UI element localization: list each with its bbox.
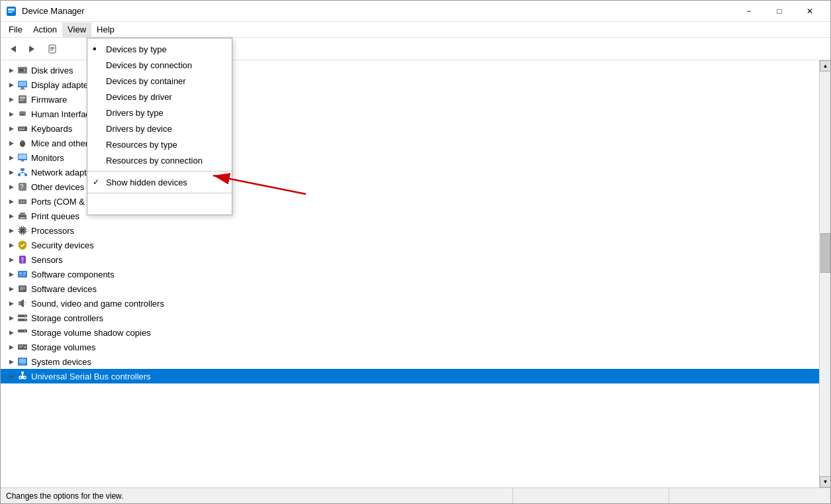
svg-rect-34 (19, 154, 26, 159)
back-button[interactable] (3, 40, 22, 58)
svg-rect-48 (20, 213, 25, 215)
svg-point-75 (24, 319, 26, 321)
stvol-label: Storage volumes (31, 342, 96, 352)
icon-softdev (17, 283, 28, 295)
svg-rect-21 (20, 99, 25, 99)
expand-icon-print: ▶ (6, 211, 17, 221)
tree-item-softdev[interactable]: ▶ Software devices (1, 281, 819, 296)
icon-display (17, 79, 28, 91)
svg-rect-62 (22, 262, 23, 263)
svg-rect-71 (19, 301, 21, 305)
svg-rect-46 (23, 201, 24, 203)
sysdev-label: System devices (31, 357, 91, 367)
vertical-scrollbar[interactable]: ▲ ▼ (819, 60, 830, 487)
menu-show-hidden-devices[interactable]: Show hidden devices (87, 174, 232, 190)
tree-item-sound[interactable]: ▶ Sound, video and game controllers (1, 296, 819, 311)
menu-devices-by-type[interactable]: Devices by type (87, 41, 232, 57)
status-text: Changes the options for the view. (6, 488, 513, 503)
menu-devices-by-container[interactable]: Devices by container (87, 73, 232, 89)
status-bar: Changes the options for the view. (1, 487, 830, 503)
svg-rect-49 (20, 217, 25, 219)
svg-rect-38 (24, 174, 27, 176)
maximize-button[interactable]: □ (764, 1, 795, 22)
icon-mice (17, 137, 28, 149)
menu-customize[interactable] (87, 196, 232, 212)
svg-rect-25 (18, 126, 27, 131)
tree-item-processors[interactable]: ▶ Processors (1, 223, 819, 238)
title-bar: Device Manager − □ ✕ (1, 1, 830, 22)
svg-rect-66 (19, 275, 26, 276)
scroll-up-button[interactable]: ▲ (820, 60, 830, 72)
tree-item-sensors[interactable]: ▶ Sensors (1, 252, 819, 267)
menu-drivers-by-device[interactable]: Drivers by device (87, 121, 232, 136)
svg-rect-55 (23, 234, 24, 235)
menu-resources-by-connection[interactable]: Resources by connection (87, 152, 232, 168)
expand-icon-sensors: ▶ (6, 254, 17, 265)
svg-rect-24 (21, 114, 24, 115)
menu-resources-by-type[interactable]: Resources by type (87, 136, 232, 152)
icon-sound (17, 297, 28, 309)
svg-rect-61 (21, 257, 24, 261)
svg-rect-29 (19, 129, 24, 130)
svg-text:?: ? (20, 183, 24, 191)
expand-icon-mice: ▶ (6, 138, 17, 148)
tree-item-security[interactable]: ▶ Security devices (1, 238, 819, 252)
menu-bar: File Action View Help Devices by type De… (1, 22, 830, 38)
svg-rect-52 (21, 226, 22, 227)
icon-softcomp (17, 268, 28, 280)
svg-rect-85 (20, 364, 25, 364)
svg-rect-56 (18, 229, 19, 230)
icon-hid (17, 108, 28, 120)
icon-usb (17, 370, 28, 382)
svg-rect-37 (18, 174, 21, 176)
svg-rect-3 (8, 12, 13, 13)
svg-rect-54 (21, 234, 22, 235)
svg-rect-16 (19, 81, 26, 86)
properties-button[interactable] (43, 40, 62, 58)
svg-rect-58 (26, 229, 27, 230)
svg-rect-22 (20, 100, 23, 101)
svg-rect-70 (20, 289, 23, 290)
svg-point-74 (24, 315, 26, 317)
svg-rect-68 (20, 287, 25, 287)
menu-action[interactable]: Action (28, 23, 62, 37)
scroll-thumb[interactable] (820, 233, 830, 273)
svg-rect-2 (8, 11, 15, 11)
icon-stvshadow (17, 327, 28, 338)
close-button[interactable]: ✕ (795, 1, 825, 22)
icon-disk (17, 64, 28, 76)
svg-rect-11 (50, 50, 53, 50)
svg-rect-65 (23, 272, 26, 274)
status-section-3 (669, 488, 825, 503)
menu-view[interactable]: View (62, 23, 91, 37)
sensors-label: Sensors (31, 255, 63, 265)
svg-line-40 (19, 172, 23, 174)
menu-help[interactable]: Help (91, 23, 120, 37)
svg-rect-53 (23, 226, 24, 227)
expand-icon-storagectrl: ▶ (6, 313, 17, 323)
svg-marker-7 (29, 46, 34, 52)
icon-monitors (17, 152, 28, 164)
menu-devices-by-connection[interactable]: Devices by connection (87, 57, 232, 73)
tree-item-stvshadow[interactable]: ▶ Storage volume shadow copies (1, 325, 819, 340)
forward-button[interactable] (23, 40, 42, 58)
svg-point-80 (24, 346, 26, 348)
softcomp-label: Software components (31, 270, 115, 279)
svg-rect-59 (26, 231, 27, 232)
scroll-down-button[interactable]: ▼ (820, 476, 830, 487)
softdev-label: Software devices (31, 284, 97, 294)
tree-item-sysdev[interactable]: ▶ System devices (1, 354, 819, 369)
tree-item-storagectrl[interactable]: ▶ Storage controllers (1, 311, 819, 325)
icon-stvol (17, 341, 28, 353)
menu-devices-by-driver[interactable]: Devices by driver (87, 89, 232, 105)
tree-item-softcomp[interactable]: ▶ Software components (1, 267, 819, 281)
scroll-thumb-area (820, 72, 830, 476)
expand-icon-usb: ▶ (6, 371, 17, 381)
minimize-button[interactable]: − (734, 1, 764, 22)
menu-file[interactable]: File (3, 23, 28, 37)
app-icon (6, 6, 17, 17)
tree-item-stvol[interactable]: ▶ Storage volumes (1, 340, 819, 354)
menu-drivers-by-type[interactable]: Drivers by type (87, 105, 232, 121)
tree-item-usb[interactable]: ▶ Universal Serial Bus controllers (1, 369, 819, 383)
svg-rect-35 (21, 160, 24, 162)
